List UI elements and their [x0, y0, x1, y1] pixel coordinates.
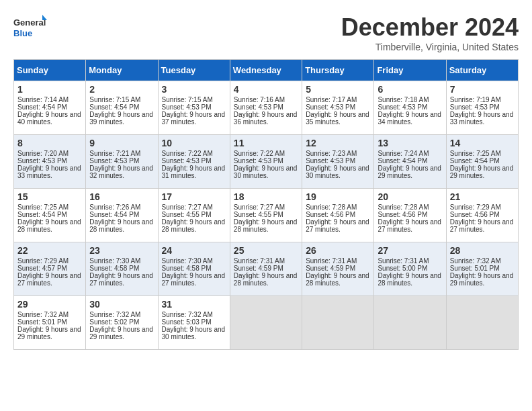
calendar-day-cell: 17Sunrise: 7:27 AMSunset: 4:55 PMDayligh…: [158, 189, 230, 242]
day-info: Sunset: 4:55 PM: [234, 211, 298, 218]
day-info: Daylight: 9 hours and 34 minutes.: [378, 111, 442, 126]
calendar-header-row: SundayMondayTuesdayWednesdayThursdayFrid…: [14, 60, 519, 81]
calendar-day-cell: 22Sunrise: 7:29 AMSunset: 4:57 PMDayligh…: [14, 242, 86, 296]
day-info: Sunrise: 7:20 AM: [17, 150, 82, 157]
day-number: 5: [306, 84, 370, 95]
day-info: Daylight: 9 hours and 29 minutes.: [450, 272, 515, 287]
svg-marker-2: [42, 15, 47, 20]
day-info: Sunrise: 7:32 AM: [450, 257, 515, 265]
day-info: Daylight: 9 hours and 29 minutes.: [450, 165, 515, 179]
day-number: 24: [162, 245, 226, 256]
day-number: 25: [234, 245, 298, 256]
calendar-day-cell: 20Sunrise: 7:28 AMSunset: 4:56 PMDayligh…: [374, 189, 446, 242]
day-info: Daylight: 9 hours and 27 minutes.: [378, 218, 442, 233]
day-info: Sunset: 5:01 PM: [450, 265, 515, 272]
calendar-day-cell: [446, 296, 518, 350]
day-info: Sunset: 4:53 PM: [378, 103, 442, 111]
day-info: Sunset: 4:54 PM: [17, 103, 82, 111]
day-info: Sunset: 5:03 PM: [162, 318, 226, 326]
logo: General Blue: [13, 13, 47, 44]
day-info: Daylight: 9 hours and 32 minutes.: [89, 165, 154, 179]
day-info: Daylight: 9 hours and 30 minutes.: [306, 165, 370, 179]
calendar-day-cell: 2Sunrise: 7:15 AMSunset: 4:54 PMDaylight…: [86, 81, 158, 135]
day-info: Sunrise: 7:32 AM: [162, 311, 226, 318]
day-info: Daylight: 9 hours and 29 minutes.: [378, 165, 442, 179]
calendar-day-cell: 1Sunrise: 7:14 AMSunset: 4:54 PMDaylight…: [14, 81, 86, 135]
day-number: 8: [17, 138, 82, 148]
calendar-day-cell: 19Sunrise: 7:28 AMSunset: 4:56 PMDayligh…: [302, 189, 374, 242]
day-number: 21: [450, 191, 515, 202]
calendar-day-cell: 11Sunrise: 7:22 AMSunset: 4:53 PMDayligh…: [230, 135, 302, 189]
svg-text:General: General: [13, 17, 46, 28]
day-info: Daylight: 9 hours and 30 minutes.: [162, 326, 226, 340]
day-info: Daylight: 9 hours and 40 minutes.: [17, 111, 82, 126]
day-info: Daylight: 9 hours and 31 minutes.: [162, 165, 226, 179]
day-info: Daylight: 9 hours and 37 minutes.: [162, 111, 226, 126]
day-info: Sunrise: 7:29 AM: [450, 203, 515, 211]
day-number: 12: [306, 138, 370, 148]
day-info: Sunrise: 7:17 AM: [306, 96, 370, 103]
day-info: Sunset: 4:58 PM: [89, 265, 154, 272]
day-info: Sunset: 4:56 PM: [378, 211, 442, 218]
calendar-day-cell: 21Sunrise: 7:29 AMSunset: 4:56 PMDayligh…: [446, 189, 518, 242]
day-info: Sunrise: 7:28 AM: [306, 203, 370, 211]
page-title: December 2024: [341, 13, 519, 42]
day-info: Sunset: 4:56 PM: [450, 211, 515, 218]
day-number: 7: [450, 84, 515, 95]
day-number: 30: [89, 299, 154, 310]
day-info: Sunset: 4:53 PM: [17, 157, 82, 165]
day-info: Sunset: 4:53 PM: [450, 103, 515, 111]
day-info: Daylight: 9 hours and 27 minutes.: [162, 272, 226, 287]
day-number: 13: [378, 138, 442, 148]
day-info: Sunset: 4:53 PM: [162, 157, 226, 165]
day-info: Daylight: 9 hours and 28 minutes.: [17, 218, 82, 233]
day-info: Daylight: 9 hours and 36 minutes.: [234, 111, 298, 126]
calendar-day-cell: 14Sunrise: 7:25 AMSunset: 4:54 PMDayligh…: [446, 135, 518, 189]
day-number: 31: [162, 299, 226, 310]
calendar-day-cell: 16Sunrise: 7:26 AMSunset: 4:54 PMDayligh…: [86, 189, 158, 242]
day-info: Sunrise: 7:22 AM: [162, 150, 226, 157]
calendar-day-cell: 29Sunrise: 7:32 AMSunset: 5:01 PMDayligh…: [14, 296, 86, 350]
day-info: Daylight: 9 hours and 27 minutes.: [17, 272, 82, 287]
calendar-day-cell: 13Sunrise: 7:24 AMSunset: 4:54 PMDayligh…: [374, 135, 446, 189]
day-info: Daylight: 9 hours and 28 minutes.: [162, 218, 226, 233]
day-info: Daylight: 9 hours and 35 minutes.: [306, 111, 370, 126]
day-info: Daylight: 9 hours and 28 minutes.: [89, 218, 154, 233]
day-info: Sunrise: 7:32 AM: [89, 311, 154, 318]
calendar-day-cell: 24Sunrise: 7:30 AMSunset: 4:58 PMDayligh…: [158, 242, 230, 296]
day-info: Sunrise: 7:31 AM: [234, 257, 298, 265]
calendar-day-cell: 10Sunrise: 7:22 AMSunset: 4:53 PMDayligh…: [158, 135, 230, 189]
day-info: Sunset: 4:54 PM: [89, 103, 154, 111]
day-info: Sunrise: 7:24 AM: [378, 150, 442, 157]
calendar-day-cell: 9Sunrise: 7:21 AMSunset: 4:53 PMDaylight…: [86, 135, 158, 189]
day-number: 28: [450, 245, 515, 256]
day-info: Sunset: 4:53 PM: [234, 103, 298, 111]
svg-text:Blue: Blue: [13, 28, 32, 38]
day-info: Sunset: 4:56 PM: [306, 211, 370, 218]
day-number: 27: [378, 245, 442, 256]
day-number: 23: [89, 245, 154, 256]
day-info: Daylight: 9 hours and 29 minutes.: [89, 326, 154, 340]
day-info: Sunrise: 7:26 AM: [89, 203, 154, 211]
calendar-day-cell: 6Sunrise: 7:18 AMSunset: 4:53 PMDaylight…: [374, 81, 446, 135]
day-info: Sunrise: 7:27 AM: [234, 203, 298, 211]
day-info: Daylight: 9 hours and 39 minutes.: [89, 111, 154, 126]
day-info: Sunset: 4:54 PM: [17, 211, 82, 218]
day-number: 4: [234, 84, 298, 95]
day-info: Sunrise: 7:30 AM: [89, 257, 154, 265]
day-info: Sunrise: 7:18 AM: [378, 96, 442, 103]
calendar-day-header: Wednesday: [230, 60, 302, 81]
day-info: Sunrise: 7:27 AM: [162, 203, 226, 211]
day-number: 10: [162, 138, 226, 148]
day-info: Sunrise: 7:22 AM: [234, 150, 298, 157]
day-info: Sunset: 4:53 PM: [89, 157, 154, 165]
day-info: Sunset: 4:59 PM: [234, 265, 298, 272]
page-subtitle: Timberville, Virginia, United States: [341, 42, 519, 52]
day-info: Sunrise: 7:25 AM: [17, 203, 82, 211]
calendar-day-cell: 23Sunrise: 7:30 AMSunset: 4:58 PMDayligh…: [86, 242, 158, 296]
day-info: Sunset: 4:53 PM: [162, 103, 226, 111]
day-info: Sunset: 4:54 PM: [89, 211, 154, 218]
day-info: Daylight: 9 hours and 28 minutes.: [234, 272, 298, 287]
day-info: Sunset: 4:54 PM: [450, 157, 515, 165]
day-info: Sunset: 4:55 PM: [162, 211, 226, 218]
